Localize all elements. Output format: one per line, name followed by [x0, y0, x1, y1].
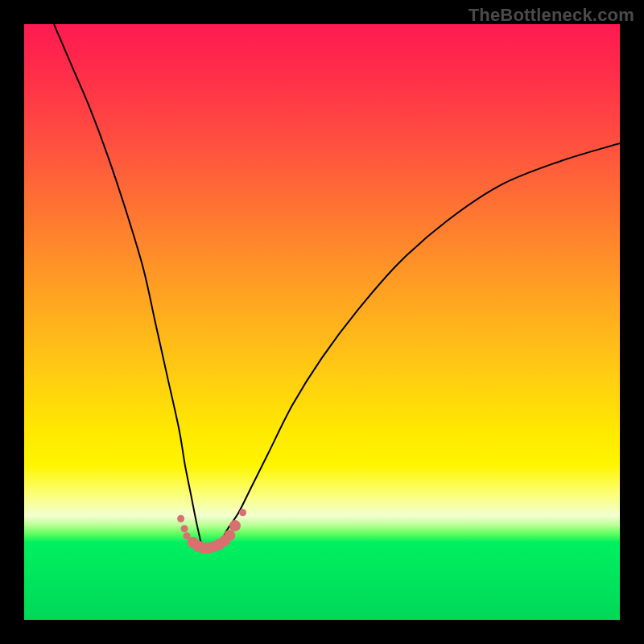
marker-dot [224, 530, 235, 541]
bottleneck-curve [54, 24, 620, 550]
plot-area [24, 24, 620, 620]
marker-dot [177, 515, 184, 522]
watermark-text: TheBottleneck.com [469, 5, 634, 26]
marker-dot [181, 525, 188, 532]
bottleneck-curve-path [54, 24, 620, 550]
marker-dot [239, 509, 246, 516]
chart-svg [24, 24, 620, 620]
chart-frame: TheBottleneck.com [0, 0, 644, 644]
marker-dot [229, 520, 241, 531]
